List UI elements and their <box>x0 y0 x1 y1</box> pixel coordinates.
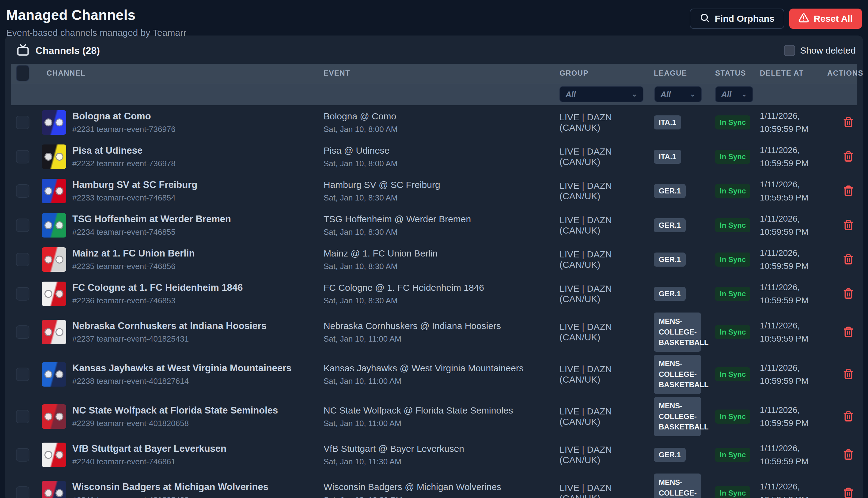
channel-name: Mainz at 1. FC Union Berlin <box>72 248 195 259</box>
channel-name: NC State Wolfpack at Florida State Semin… <box>72 405 278 416</box>
league-badge: GER.1 <box>654 252 686 266</box>
show-deleted-toggle[interactable]: Show deleted <box>784 45 856 56</box>
league-filter-select[interactable]: All ⌄ <box>654 86 702 102</box>
group-filter-value: All <box>565 90 576 99</box>
search-icon <box>700 13 710 25</box>
delete-at-date: 1/11/2026, <box>760 281 827 294</box>
trash-icon <box>843 151 854 163</box>
row-checkbox[interactable] <box>16 448 29 462</box>
away-team-crest-icon <box>55 370 63 378</box>
channel-id: #2239 teamarr-event-401820658 <box>72 419 278 428</box>
column-header-status: STATUS <box>715 69 746 77</box>
channels-table: CHANNEL EVENT GROUP LEAGUE STATUS DELETE… <box>5 64 863 498</box>
group-label: LIVE | DAZN (CAN/UK) <box>560 364 612 384</box>
table-row: FC Cologne at 1. FC Heidenheim 1846 #223… <box>11 277 857 311</box>
row-checkbox[interactable] <box>16 253 29 266</box>
row-checkbox[interactable] <box>16 150 29 163</box>
channel-id: #2233 teamarr-event-746854 <box>72 193 197 202</box>
row-checkbox[interactable] <box>16 368 29 381</box>
trash-icon <box>843 220 854 232</box>
delete-at-date: 1/11/2026, <box>760 246 827 260</box>
delete-at-time: 10:59:59 PM <box>760 455 827 468</box>
home-team-crest-icon <box>44 118 52 127</box>
channel-id: #2240 teamarr-event-746861 <box>72 457 227 467</box>
delete-channel-button[interactable] <box>843 411 854 423</box>
delete-channel-button[interactable] <box>843 326 854 338</box>
channel-id: #2234 teamarr-event-746855 <box>72 227 231 237</box>
reset-all-button[interactable]: Reset All <box>789 9 862 29</box>
delete-channel-button[interactable] <box>843 288 854 300</box>
channel-logo <box>42 213 66 237</box>
delete-channel-button[interactable] <box>843 254 854 266</box>
status-badge: In Sync <box>715 287 750 301</box>
delete-channel-button[interactable] <box>843 368 854 380</box>
delete-at-date: 1/11/2026, <box>760 403 827 417</box>
event-time: Sat, Jan 10, 11:30 AM <box>323 457 560 467</box>
channel-name: Kansas Jayhawks at West Virginia Mountai… <box>72 363 292 374</box>
group-label: LIVE | DAZN (CAN/UK) <box>560 249 612 270</box>
delete-at-date: 1/11/2026, <box>760 109 827 122</box>
trash-icon <box>843 411 854 423</box>
find-orphans-button[interactable]: Find Orphans <box>690 9 784 29</box>
status-filter-select[interactable]: All ⌄ <box>715 86 753 102</box>
league-badge: MENS-COLLEGE-BASKETBALL <box>654 313 701 352</box>
row-checkbox[interactable] <box>16 287 29 301</box>
event-name: FC Cologne @ 1. FC Heidenheim 1846 <box>323 283 560 293</box>
trash-icon <box>843 288 854 300</box>
league-filter-value: All <box>661 90 671 99</box>
channel-id: #2231 teamarr-event-736976 <box>72 124 176 134</box>
channel-name: FC Cologne at 1. FC Heidenheim 1846 <box>72 282 243 293</box>
delete-channel-button[interactable] <box>843 487 854 498</box>
event-name: VfB Stuttgart @ Bayer Leverkusen <box>323 444 560 454</box>
delete-channel-button[interactable] <box>843 151 854 163</box>
delete-at-date: 1/11/2026, <box>760 212 827 225</box>
delete-channel-button[interactable] <box>843 449 854 461</box>
row-checkbox[interactable] <box>16 410 29 423</box>
delete-at-date: 1/11/2026, <box>760 442 827 455</box>
group-label: LIVE | DAZN (CAN/UK) <box>560 444 612 465</box>
home-team-crest-icon <box>44 489 52 497</box>
delete-at-time: 10:59:59 PM <box>760 157 827 170</box>
home-team-crest-icon <box>44 290 52 298</box>
event-name: Kansas Jayhawks @ West Virginia Mountain… <box>323 363 560 374</box>
select-all-checkbox[interactable] <box>16 65 29 81</box>
row-checkbox[interactable] <box>16 325 29 339</box>
channel-name: VfB Stuttgart at Bayer Leverkusen <box>72 443 227 454</box>
page-title: Managed Channels <box>6 7 186 23</box>
home-team-crest-icon <box>44 187 52 195</box>
trash-icon <box>843 487 854 498</box>
event-time: Sat, Jan 10, 8:30 AM <box>323 227 560 237</box>
channel-name: Nebraska Cornhuskers at Indiana Hoosiers <box>72 320 267 331</box>
warning-icon <box>799 13 809 25</box>
event-name: NC State Wolfpack @ Florida State Semino… <box>323 405 560 416</box>
column-header-league: LEAGUE <box>654 69 687 77</box>
chevron-down-icon: ⌄ <box>632 90 637 98</box>
group-filter-select[interactable]: All ⌄ <box>560 86 643 102</box>
page-heading: Managed Channels Event-based channels ma… <box>6 7 186 38</box>
topbar-actions: Find Orphans Reset All <box>690 9 862 29</box>
delete-at-time: 10:59:59 PM <box>760 374 827 388</box>
delete-channel-button[interactable] <box>843 117 854 129</box>
status-badge: In Sync <box>715 448 750 462</box>
group-label: LIVE | DAZN (CAN/UK) <box>560 215 612 235</box>
league-badge: ITA.1 <box>654 150 681 164</box>
event-name: Wisconsin Badgers @ Michigan Wolverines <box>323 482 560 492</box>
away-team-crest-icon <box>55 221 63 229</box>
away-team-crest-icon <box>55 255 63 264</box>
page-subtitle: Event-based channels managed by Teamarr <box>6 28 186 38</box>
delete-at-time: 10:59:59 PM <box>760 493 827 498</box>
delete-channel-button[interactable] <box>843 185 854 197</box>
row-checkbox[interactable] <box>16 219 29 232</box>
away-team-crest-icon <box>55 187 63 195</box>
show-deleted-checkbox[interactable] <box>784 45 795 56</box>
row-checkbox[interactable] <box>16 116 29 129</box>
channel-logo <box>42 404 66 429</box>
status-filter-value: All <box>721 90 731 99</box>
row-checkbox[interactable] <box>16 184 29 198</box>
table-row: Bologna at Como #2231 teamarr-event-7369… <box>11 105 857 140</box>
delete-channel-button[interactable] <box>843 220 854 232</box>
row-checkbox[interactable] <box>16 486 29 498</box>
league-badge: GER.1 <box>654 184 686 198</box>
away-team-crest-icon <box>55 328 63 336</box>
channel-logo <box>42 179 66 203</box>
